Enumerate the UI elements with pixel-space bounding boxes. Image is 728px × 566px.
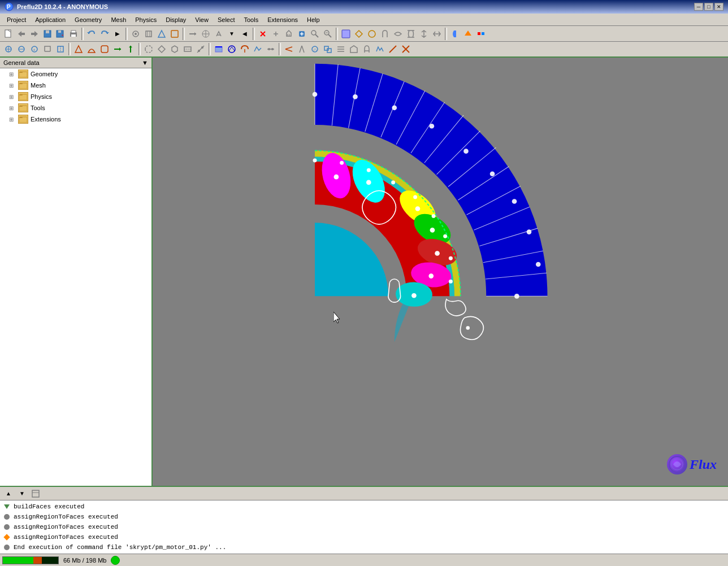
geo-btn-13[interactable]: [168, 43, 181, 55]
geo-btn-24[interactable]: [322, 43, 334, 55]
window-controls[interactable]: ─ □ ✕: [694, 3, 723, 11]
geo-btn-25[interactable]: [335, 43, 347, 55]
geo-btn-1[interactable]: [2, 43, 15, 55]
geo-btn-15[interactable]: [194, 43, 207, 55]
tb-btn-24[interactable]: [449, 28, 461, 40]
geo-btn-2[interactable]: [15, 43, 28, 55]
geo-btn-30[interactable]: [400, 43, 412, 55]
console-line-4: assignRegionToFaces executed: [2, 532, 726, 542]
tb-btn-9[interactable]: ◀: [239, 28, 251, 40]
print-button[interactable]: [67, 28, 80, 40]
menu-physics[interactable]: Physics: [131, 15, 161, 24]
menu-extensions[interactable]: Extensions: [263, 15, 302, 24]
expand-tools-icon[interactable]: ⊞: [9, 105, 18, 111]
geo-btn-12[interactable]: [155, 43, 168, 55]
tb-btn-23[interactable]: [431, 28, 443, 40]
tb-btn-16[interactable]: [340, 28, 352, 40]
menu-tools[interactable]: Tools: [240, 15, 263, 24]
tb-btn-21[interactable]: [405, 28, 417, 40]
save-as-button[interactable]: *: [54, 28, 67, 40]
geo-btn-19[interactable]: [252, 43, 264, 55]
tb-btn-7[interactable]: [213, 28, 225, 40]
menu-display[interactable]: Display: [161, 15, 190, 24]
tb-btn-12[interactable]: [283, 28, 295, 40]
geo-btn-10[interactable]: [124, 43, 137, 55]
tb-btn-5[interactable]: [187, 28, 199, 40]
tb-btn-17[interactable]: [353, 28, 365, 40]
expand-extensions-icon[interactable]: ⊞: [9, 116, 18, 123]
sidebar-item-geometry[interactable]: ⊞ Geometry: [0, 68, 151, 80]
sidebar-item-mesh[interactable]: ⊞ Mesh: [0, 80, 151, 91]
tb-btn-13[interactable]: [296, 28, 308, 40]
geo-btn-17[interactable]: [226, 43, 238, 55]
geo-btn-4[interactable]: [41, 43, 54, 55]
tb-btn-19[interactable]: [379, 28, 391, 40]
geo-btn-11[interactable]: [142, 43, 155, 55]
geo-btn-16[interactable]: [213, 43, 225, 55]
redo-button[interactable]: [98, 28, 111, 40]
geo-btn-21[interactable]: [283, 43, 295, 55]
menu-application[interactable]: Application: [31, 15, 70, 24]
menu-view[interactable]: View: [190, 15, 213, 24]
menu-select[interactable]: Select: [213, 15, 240, 24]
geo-btn-22[interactable]: [296, 43, 308, 55]
menu-help[interactable]: Help: [302, 15, 324, 24]
tb-btn-2[interactable]: [142, 28, 155, 40]
geo-btn-29[interactable]: [387, 43, 399, 55]
tb-btn-6[interactable]: [200, 28, 212, 40]
tb-btn-3[interactable]: [155, 28, 168, 40]
tb-btn-20[interactable]: [392, 28, 404, 40]
maximize-button[interactable]: □: [704, 3, 713, 11]
tb-btn-18[interactable]: [366, 28, 378, 40]
geo-btn-18[interactable]: [239, 43, 251, 55]
geo-btn-26[interactable]: [348, 43, 360, 55]
menu-project[interactable]: Project: [2, 15, 31, 24]
tb-btn-22[interactable]: [418, 28, 430, 40]
svg-point-130: [512, 199, 517, 204]
back-button[interactable]: [28, 28, 41, 40]
tb-btn-26[interactable]: [475, 28, 487, 40]
tb-btn-14[interactable]: [309, 28, 321, 40]
expand-physics-icon[interactable]: ⊞: [9, 94, 18, 100]
sidebar-item-tools[interactable]: ⊞ Tools: [0, 102, 151, 114]
tb-btn-10[interactable]: [257, 28, 269, 40]
geo-btn-5[interactable]: [54, 43, 67, 55]
flux-logo: Flux: [667, 454, 717, 474]
tb-btn-25[interactable]: [462, 28, 474, 40]
geo-btn-3[interactable]: +: [28, 43, 41, 55]
tb-btn-15[interactable]: [322, 28, 334, 40]
geo-btn-9[interactable]: [111, 43, 124, 55]
console-btn-1[interactable]: [29, 487, 42, 500]
tb-btn-4[interactable]: [168, 28, 181, 40]
close-button[interactable]: ✕: [714, 3, 723, 11]
undo-button[interactable]: [85, 28, 98, 40]
expand-mesh-icon[interactable]: ⊞: [9, 82, 18, 89]
console-content[interactable]: buildFaces executed assignRegionToFaces …: [0, 500, 728, 554]
sidebar-item-extensions[interactable]: ⊞ Extensions: [0, 114, 151, 125]
save-button[interactable]: [41, 28, 54, 40]
geo-btn-28[interactable]: [374, 43, 386, 55]
expand-geometry-icon[interactable]: ⊞: [9, 71, 18, 77]
arrow-right-button[interactable]: ▶: [111, 28, 124, 40]
geo-btn-20[interactable]: [265, 43, 277, 55]
geo-btn-6[interactable]: [72, 43, 85, 55]
open-button[interactable]: [15, 28, 28, 40]
geo-btn-8[interactable]: [98, 43, 111, 55]
geo-btn-14[interactable]: [181, 43, 194, 55]
geo-btn-23[interactable]: ∩: [309, 43, 321, 55]
geo-btn-27[interactable]: [361, 43, 373, 55]
console-scroll-up[interactable]: ▲: [2, 487, 15, 500]
tb-btn-11[interactable]: [270, 28, 282, 40]
viewport[interactable]: Flux: [153, 58, 728, 486]
minimize-button[interactable]: ─: [694, 3, 703, 11]
menu-geometry[interactable]: Geometry: [70, 15, 106, 24]
sidebar-collapse-icon[interactable]: ▼: [142, 59, 148, 66]
tb-btn-8[interactable]: ▼: [226, 28, 238, 40]
geo-btn-7[interactable]: [85, 43, 98, 55]
tb-btn-1[interactable]: [129, 28, 142, 40]
menu-mesh[interactable]: Mesh: [106, 15, 131, 24]
console-scroll-down[interactable]: ▼: [16, 487, 28, 500]
new-button[interactable]: [2, 28, 15, 40]
svg-point-142: [366, 180, 371, 185]
sidebar-item-physics[interactable]: ⊞ Physics: [0, 91, 151, 102]
